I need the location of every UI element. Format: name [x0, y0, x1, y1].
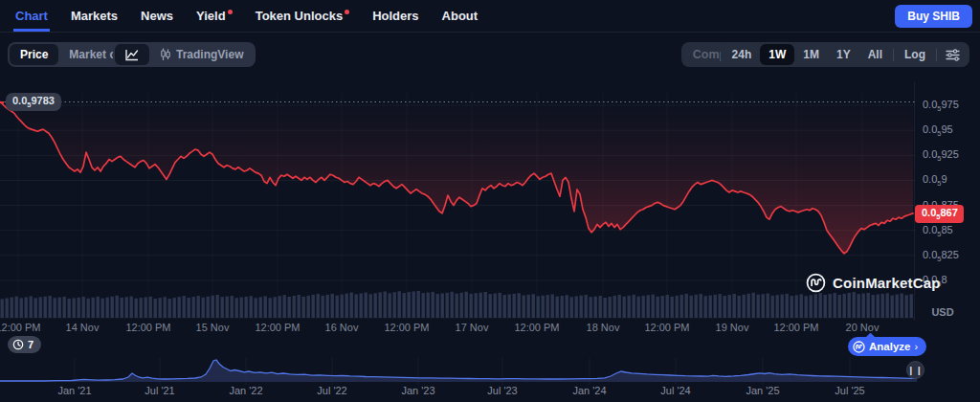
volume-bar	[393, 292, 396, 318]
volume-bar	[470, 294, 473, 318]
volume-bar	[537, 296, 540, 318]
volume-bar	[436, 294, 439, 318]
log-scale-button[interactable]: Log	[896, 44, 934, 65]
history-navigator[interactable]: Jan '21Jul '21Jan '22Jul '22Jan '23Jul '…	[0, 358, 980, 402]
volume-bar	[326, 295, 329, 318]
volume-bar	[58, 298, 61, 318]
tab-chart[interactable]: Chart	[13, 0, 50, 32]
chart-settings-button[interactable]	[939, 49, 967, 61]
volume-bar	[724, 296, 726, 318]
volume-bar	[355, 294, 358, 318]
volume-bar	[331, 294, 334, 318]
volume-bar	[657, 297, 659, 318]
volume-bar	[805, 296, 808, 318]
volume-bar	[92, 298, 95, 318]
volume-bar	[422, 293, 425, 318]
x-axis-tick-label: 12:00 PM	[0, 322, 41, 333]
volume-bar	[518, 293, 521, 318]
volume-bar	[317, 294, 320, 318]
events-badge[interactable]: 7	[8, 336, 41, 353]
range-1m[interactable]: 1M	[794, 44, 828, 65]
navigator-axis: Jan '21Jul '21Jan '22Jul '22Jan '23Jul '…	[0, 385, 917, 398]
tradingview-button[interactable]: TradingView	[149, 44, 254, 65]
navigator-tick-label: Jan '23	[401, 385, 434, 396]
volume-bar	[456, 294, 458, 318]
volume-bar	[178, 297, 181, 318]
volume-bar	[776, 295, 779, 318]
volume-bar	[551, 294, 554, 318]
volume-bar	[159, 298, 162, 318]
volume-bar	[460, 293, 463, 318]
tab-news[interactable]: News	[139, 0, 175, 32]
range-1w[interactable]: 1W	[760, 44, 794, 65]
x-axis-tick-label: 12:00 PM	[644, 322, 689, 333]
volume-bar	[877, 294, 880, 318]
volume-bar	[786, 294, 789, 318]
tab-holders[interactable]: Holders	[370, 0, 420, 32]
volume-bar	[747, 294, 750, 318]
buy-shib-button[interactable]: Buy SHIB	[895, 5, 972, 28]
volume-bar	[623, 297, 626, 318]
volume-bar	[374, 293, 377, 318]
volume-bar	[556, 297, 559, 318]
volume-bar	[709, 296, 712, 318]
volume-bar	[695, 295, 698, 318]
volume-bar	[566, 295, 568, 318]
volume-bar	[752, 293, 755, 318]
range-24h[interactable]: 24h	[724, 44, 761, 65]
y-axis-tick-label: 0.0595	[923, 123, 953, 138]
navigator-handle[interactable]: ❙❙	[906, 361, 924, 379]
volume-bar	[336, 296, 339, 318]
volume-bar	[111, 297, 114, 318]
metric-price-button[interactable]: Price	[10, 44, 58, 65]
volume-bar	[216, 295, 219, 318]
price-plot[interactable]	[0, 81, 915, 323]
volume-bar	[78, 298, 80, 318]
volume-bar	[905, 295, 908, 318]
range-all[interactable]: All	[859, 44, 891, 65]
volume-bar	[719, 294, 722, 318]
volume-bar	[637, 297, 640, 318]
navigator-plot[interactable]	[0, 358, 917, 385]
volume-bar	[264, 296, 267, 318]
volume-bar	[661, 296, 664, 318]
volume-bar	[843, 294, 846, 318]
volume-bar	[508, 294, 511, 318]
line-chart-type-button[interactable]	[115, 44, 149, 65]
volume-bar	[68, 299, 71, 318]
volume-bar	[250, 296, 253, 318]
range-1y[interactable]: 1Y	[828, 44, 859, 65]
last-price-badge: 0.05867	[915, 205, 964, 223]
volume-bar	[838, 295, 841, 318]
tab-token-unlocks[interactable]: Token Unlocks	[254, 0, 352, 32]
chevron-right-icon: ›	[914, 341, 918, 352]
volume-bar	[762, 294, 765, 318]
volume-bar	[192, 297, 195, 318]
volume-bar	[800, 294, 803, 318]
navigator-tick-label: Jan '24	[572, 385, 606, 396]
volume-bar	[484, 292, 487, 318]
x-axis-tick-label: 15 Nov	[196, 322, 230, 333]
volume-bar	[101, 299, 104, 318]
volume-bar	[432, 292, 434, 318]
tab-markets[interactable]: Markets	[69, 0, 120, 32]
analyze-logo-icon	[853, 341, 865, 353]
volume-bar	[441, 293, 444, 318]
tab-yield[interactable]: Yield	[194, 0, 234, 32]
volume-bar	[700, 294, 702, 318]
navigator-tick-label: Jan '22	[229, 385, 262, 396]
analyze-button[interactable]: Analyze ›	[848, 337, 926, 356]
volume-bar	[427, 293, 430, 318]
volume-bar	[680, 295, 683, 318]
volume-bar	[259, 297, 262, 318]
volume-bar	[503, 295, 506, 318]
tab-about[interactable]: About	[440, 0, 480, 32]
volume-bar	[312, 295, 315, 318]
volume-bar	[489, 294, 492, 318]
volume-bar	[499, 293, 501, 318]
volume-bar	[853, 292, 856, 318]
volume-bar	[781, 295, 784, 318]
volume-bar	[767, 294, 769, 318]
volume-bar	[891, 296, 894, 318]
volume-bar	[829, 294, 832, 318]
